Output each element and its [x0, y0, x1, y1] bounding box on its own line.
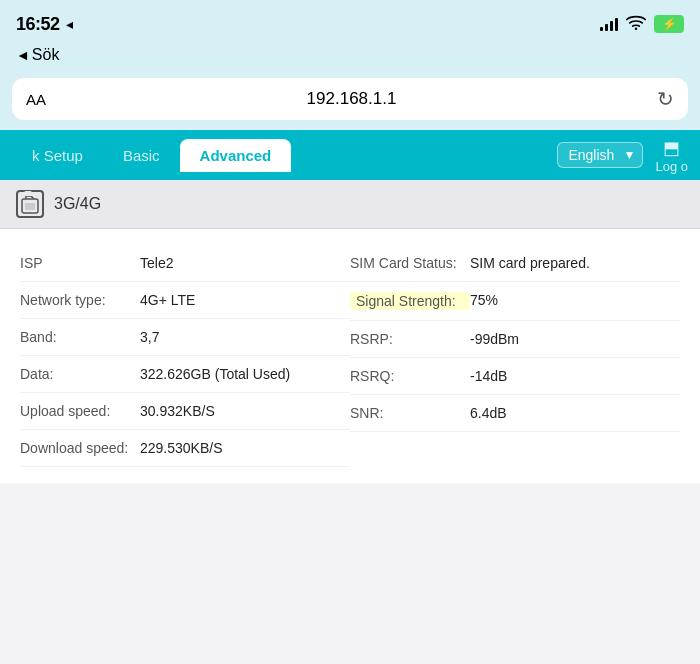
rsrq-row: RSRQ: -14dB — [350, 358, 680, 395]
band-value: 3,7 — [140, 329, 159, 345]
signal-bar-3 — [610, 21, 613, 31]
band-label: Band: — [20, 329, 140, 345]
rsrq-label: RSRQ: — [350, 368, 470, 384]
download-speed-row: Download speed: 229.530KB/S — [20, 430, 350, 467]
tab-advanced[interactable]: Advanced — [180, 139, 292, 172]
back-arrow-icon: ◄ — [16, 47, 30, 63]
reload-button[interactable]: ↻ — [657, 87, 674, 111]
snr-row: SNR: 6.4dB — [350, 395, 680, 432]
snr-label: SNR: — [350, 405, 470, 421]
log-out-label: Log o — [655, 159, 688, 174]
upload-speed-value: 30.932KB/S — [140, 403, 215, 419]
snr-value: 6.4dB — [470, 405, 507, 421]
download-speed-label: Download speed: — [20, 440, 140, 456]
signal-bars — [600, 17, 618, 31]
language-select[interactable]: English — [557, 142, 643, 168]
location-icon: ◂ — [66, 16, 73, 32]
svg-rect-2 — [25, 203, 35, 210]
data-label: Data: — [20, 366, 140, 382]
sim-status-row: SIM Card Status: SIM card prepared. — [350, 245, 680, 282]
content-area: ISP Tele2 Network type: 4G+ LTE Band: 3,… — [0, 229, 700, 483]
log-out-button[interactable]: ⬒ Log o — [655, 137, 688, 174]
url-bar[interactable]: AA 192.168.1.1 ↻ — [12, 78, 688, 120]
network-type-row: Network type: 4G+ LTE — [20, 282, 350, 319]
signal-strength-label: Signal Strength: — [350, 292, 470, 310]
network-type-value: 4G+ LTE — [140, 292, 195, 308]
status-right: ⚡ — [600, 14, 684, 34]
isp-label: ISP — [20, 255, 140, 271]
data-value: 322.626GB (Total Used) — [140, 366, 290, 382]
signal-strength-row: Signal Strength: 75% — [350, 282, 680, 321]
log-out-icon: ⬒ — [663, 137, 680, 159]
section-header: 3G/4G — [0, 180, 700, 229]
rsrp-row: RSRP: -99dBm — [350, 321, 680, 358]
back-label[interactable]: Sök — [32, 46, 60, 64]
rsrq-value: -14dB — [470, 368, 507, 384]
upload-speed-row: Upload speed: 30.932KB/S — [20, 393, 350, 430]
status-time: 16:52 — [16, 14, 60, 35]
svg-point-0 — [635, 27, 638, 30]
signal-bar-2 — [605, 24, 608, 31]
data-row: Data: 322.626GB (Total Used) — [20, 356, 350, 393]
signal-bar-1 — [600, 27, 603, 31]
battery-icon: ⚡ — [654, 15, 684, 33]
network-type-label: Network type: — [20, 292, 140, 308]
reader-mode-button[interactable]: AA — [26, 91, 46, 108]
sim-status-value: SIM card prepared. — [470, 255, 590, 271]
section-title: 3G/4G — [54, 195, 101, 213]
left-column: ISP Tele2 Network type: 4G+ LTE Band: 3,… — [20, 245, 350, 467]
band-row: Band: 3,7 — [20, 319, 350, 356]
language-select-container: English ▼ — [557, 142, 643, 168]
isp-value: Tele2 — [140, 255, 173, 271]
sim-status-label: SIM Card Status: — [350, 255, 470, 271]
info-grid: ISP Tele2 Network type: 4G+ LTE Band: 3,… — [20, 245, 680, 467]
wifi-icon — [626, 14, 646, 34]
rsrp-value: -99dBm — [470, 331, 519, 347]
download-speed-value: 229.530KB/S — [140, 440, 223, 456]
isp-row: ISP Tele2 — [20, 245, 350, 282]
nav-tabs-area: k Setup Basic Advanced English ▼ ⬒ Log o — [0, 130, 700, 180]
language-select-wrapper: English ▼ — [557, 142, 643, 168]
tab-setup[interactable]: k Setup — [12, 139, 103, 172]
battery-charging-icon: ⚡ — [662, 17, 677, 31]
upload-speed-label: Upload speed: — [20, 403, 140, 419]
rsrp-label: RSRP: — [350, 331, 470, 347]
signal-strength-value: 75% — [470, 292, 498, 308]
signal-bar-4 — [615, 18, 618, 31]
back-nav: ◄ Sök — [0, 44, 700, 72]
right-column: SIM Card Status: SIM card prepared. Sign… — [350, 245, 680, 467]
tab-basic[interactable]: Basic — [103, 139, 180, 172]
url-bar-container: AA 192.168.1.1 ↻ — [0, 72, 700, 130]
status-left: 16:52 ◂ — [16, 14, 73, 35]
status-bar: 16:52 ◂ ⚡ — [0, 0, 700, 44]
sim-card-icon — [16, 190, 44, 218]
url-input[interactable]: 192.168.1.1 — [46, 89, 657, 109]
